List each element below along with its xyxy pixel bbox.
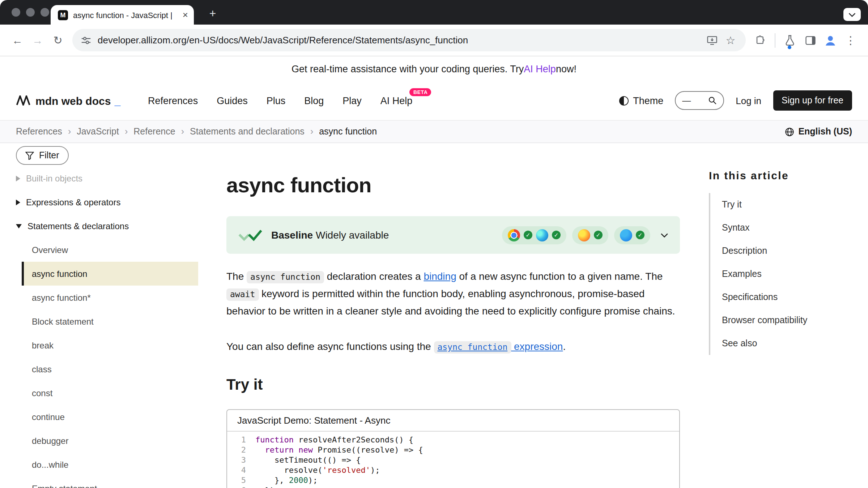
install-app-icon[interactable] [707, 35, 718, 45]
logo-cursor: _ [114, 94, 120, 107]
browser-window: M async function - JavaScript | × + ← → … [0, 0, 868, 488]
close-window-button[interactable] [12, 8, 20, 17]
demo-title: JavaScript Demo: Statement - Async [227, 410, 679, 432]
sidebar-item-block-statement[interactable]: Block statement [22, 309, 198, 333]
address-bar[interactable]: developer.allizom.org/en-US/docs/Web/Jav… [72, 29, 746, 51]
browser-tab[interactable]: M async function - JavaScript | × [51, 5, 194, 25]
theme-toggle[interactable]: Theme [619, 95, 663, 106]
profile-avatar[interactable] [820, 30, 841, 50]
globe-icon [784, 127, 794, 136]
theme-icon [619, 96, 629, 105]
search-input[interactable]: — [675, 91, 724, 110]
sidebar: Filter Built-in objects Expressions & op… [16, 146, 213, 488]
intro-paragraph: The async function declaration creates a… [226, 268, 680, 320]
browser-menu-icon[interactable]: ⋮ [841, 30, 861, 50]
toc-item-examples[interactable]: Examples [722, 262, 862, 286]
breadcrumb-separator: › [181, 127, 184, 137]
binding-link[interactable]: binding [424, 270, 456, 282]
baseline-check-icon [238, 229, 263, 241]
demo-code[interactable]: 1function resolveAfter2Seconds() {2 retu… [227, 432, 679, 488]
sidebar-item-empty-statement[interactable]: Empty statement [22, 476, 198, 488]
baseline-status: Widely available [316, 229, 389, 241]
sidebar-item-continue[interactable]: continue [22, 405, 198, 429]
nav-plus[interactable]: Plus [267, 95, 286, 106]
chevron-right-icon [16, 199, 20, 205]
check-icon: ✓ [636, 231, 644, 239]
sidebar-item-class[interactable]: class [22, 357, 198, 381]
tab-title: async function - JavaScript | [73, 10, 178, 19]
toc-item-description[interactable]: Description [722, 239, 862, 262]
check-icon: ✓ [524, 231, 532, 239]
nav-references[interactable]: References [148, 95, 198, 106]
sidebar-item-async-function-star[interactable]: async function* [22, 286, 198, 309]
reload-icon[interactable]: ↻ [48, 30, 68, 50]
site-info-icon[interactable] [81, 35, 91, 45]
toc-item-try-it[interactable]: Try it [722, 193, 862, 216]
tab-search-button[interactable] [843, 8, 861, 21]
chevron-right-icon [16, 175, 20, 181]
baseline-expand-button[interactable] [660, 232, 668, 237]
url-text[interactable]: developer.allizom.org/en-US/docs/Web/Jav… [98, 35, 700, 46]
sidebar-item-break[interactable]: break [22, 333, 198, 357]
toc-item-see-also[interactable]: See also [722, 332, 862, 355]
baseline-label: Baseline [271, 229, 313, 241]
breadcrumb-separator: › [68, 127, 71, 137]
sidebar-item-debugger[interactable]: debugger [22, 429, 198, 453]
side-panel-icon[interactable] [800, 30, 820, 50]
toc-item-specifications[interactable]: Specifications [722, 286, 862, 309]
ai-help-link[interactable]: AI Help [524, 63, 556, 74]
async-function-expression-link[interactable]: async function expression [434, 341, 563, 352]
breadcrumb-references[interactable]: References [16, 127, 62, 137]
toc-item-browser-compatibility[interactable]: Browser compatibility [722, 309, 862, 332]
sidebar-item-expressions-operators[interactable]: Expressions & operators [16, 190, 213, 214]
chrome-icon [508, 229, 520, 241]
browser-tab-strip: M async function - JavaScript | × + [0, 0, 868, 25]
minimize-window-button[interactable] [26, 8, 35, 17]
page-title: async function [226, 174, 680, 197]
window-controls [12, 8, 49, 17]
site-header: mdn web docs_ References Guides Plus Blo… [0, 81, 868, 120]
support-chromium-group: ✓ ✓ [502, 226, 566, 244]
second-paragraph: You can also define async functions usin… [226, 338, 680, 356]
extensions-puzzle-icon[interactable] [750, 30, 770, 50]
promo-text-before: Get real-time assistance with your codin… [292, 63, 524, 74]
inline-code: async function [247, 271, 324, 283]
article: async function Baseline Widely available… [226, 143, 680, 488]
support-firefox-group: ✓ [572, 226, 608, 244]
chevron-down-icon [660, 232, 668, 237]
mdn-logo[interactable]: mdn web docs_ [16, 94, 120, 107]
toc-heading: In this article [709, 169, 862, 181]
tab-close-icon[interactable]: × [183, 10, 188, 20]
toolbar-divider [775, 33, 775, 47]
new-tab-button[interactable]: + [205, 7, 220, 21]
back-icon[interactable]: ← [7, 30, 27, 50]
sidebar-item-statements-declarations[interactable]: Statements & declarations [16, 214, 213, 238]
nav-ai-help[interactable]: AI Help BETA [380, 95, 413, 106]
experiment-flask-icon[interactable] [780, 30, 800, 50]
sidebar-item-const[interactable]: const [22, 381, 198, 405]
nav-guides[interactable]: Guides [217, 95, 248, 106]
nav-play[interactable]: Play [342, 95, 362, 106]
sidebar-item-do-while[interactable]: do...while [22, 453, 198, 476]
in-this-article: In this article Try it Syntax Descriptio… [709, 169, 862, 355]
login-link[interactable]: Log in [736, 95, 761, 106]
sidebar-item-built-in-objects[interactable]: Built-in objects [16, 166, 213, 190]
nav-blog[interactable]: Blog [304, 95, 324, 106]
language-switcher[interactable]: English (US) [784, 127, 852, 137]
toc-item-syntax[interactable]: Syntax [722, 216, 862, 239]
bookmark-star-icon[interactable]: ☆ [724, 34, 737, 47]
try-it-heading: Try it [226, 376, 680, 393]
breadcrumb-separator: › [310, 127, 313, 137]
sidebar-filter-button[interactable]: Filter [16, 146, 69, 165]
sidebar-item-async-function[interactable]: async function [22, 262, 198, 286]
breadcrumb-separator: › [125, 127, 128, 137]
sidebar-item-overview[interactable]: Overview [22, 238, 198, 262]
breadcrumb-statements[interactable]: Statements and declarations [190, 127, 305, 137]
maximize-window-button[interactable] [41, 8, 49, 17]
breadcrumb-javascript[interactable]: JavaScript [77, 127, 119, 137]
chevron-down-icon [848, 12, 856, 17]
breadcrumb-reference[interactable]: Reference [133, 127, 175, 137]
signup-button[interactable]: Sign up for free [773, 90, 852, 111]
support-safari-group: ✓ [614, 226, 650, 244]
interactive-demo: JavaScript Demo: Statement - Async 1func… [226, 409, 680, 488]
